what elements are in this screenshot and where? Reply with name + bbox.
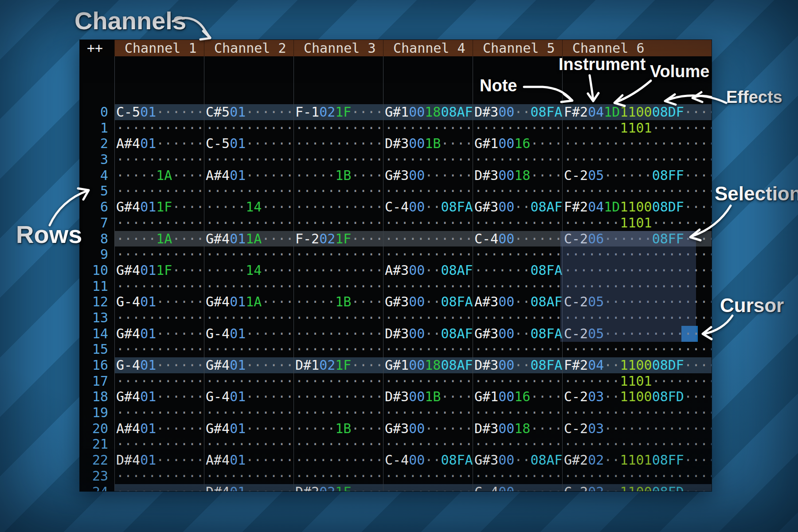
- pattern-cell-r2-ch1[interactable]: A#401······: [114, 136, 204, 152]
- pattern-cell-r12-ch6[interactable]: C-205··············: [562, 294, 712, 310]
- pattern-cell-r13-ch4[interactable]: ···········: [383, 310, 473, 326]
- pattern-cell-r1-ch4[interactable]: ···········: [383, 120, 473, 136]
- pattern-cell-r13-ch5[interactable]: ···········: [473, 310, 562, 326]
- pattern-cell-r6-ch5[interactable]: G#300··08AF: [473, 199, 562, 215]
- pattern-cell-r7-ch6[interactable]: ·······1101········: [562, 215, 712, 231]
- pattern-cell-r11-ch2[interactable]: ···········: [204, 278, 293, 294]
- pattern-cell-r21-ch1[interactable]: ···········: [114, 436, 204, 452]
- pattern-cell-r12-ch1[interactable]: G-401······: [114, 294, 204, 310]
- pattern-cell-r14-ch2[interactable]: G-401······: [204, 326, 293, 342]
- channel-header-1[interactable]: Channel 1: [114, 40, 204, 56]
- pattern-cell-r22-ch1[interactable]: D#401······: [114, 452, 204, 468]
- pattern-cell-r10-ch1[interactable]: G#4011F····: [114, 262, 204, 278]
- pattern-cell-r7-ch1[interactable]: ···········: [114, 215, 204, 231]
- pattern-cell-r7-ch5[interactable]: ···········: [473, 215, 562, 231]
- pattern-cell-r13-ch3[interactable]: ···········: [293, 310, 383, 326]
- pattern-cell-r11-ch1[interactable]: ···········: [114, 278, 204, 294]
- pattern-cell-r9-ch5[interactable]: ···········: [473, 246, 562, 262]
- pattern-cell-r4-ch5[interactable]: D#30018····: [473, 168, 562, 184]
- pattern-cell-r15-ch2[interactable]: ···········: [204, 341, 293, 357]
- pattern-cell-r14-ch6[interactable]: C-205··············: [562, 326, 712, 342]
- pattern-cell-r23-ch3[interactable]: ···········: [293, 468, 383, 484]
- pattern-cell-r20-ch5[interactable]: D#30018····: [473, 421, 562, 437]
- pattern-cell-r15-ch4[interactable]: ···········: [383, 341, 473, 357]
- pattern-cell-r14-ch3[interactable]: ···········: [293, 326, 383, 342]
- pattern-cell-r5-ch5[interactable]: ···········: [473, 183, 562, 199]
- pattern-cell-r10-ch4[interactable]: A#300··08AF: [383, 262, 473, 278]
- pattern-cell-r24-ch4[interactable]: ···········: [383, 484, 473, 492]
- pattern-cell-r12-ch4[interactable]: G#300··08FA: [383, 294, 473, 310]
- pattern-cell-r7-ch3[interactable]: ···········: [293, 215, 383, 231]
- pattern-cell-r17-ch5[interactable]: ···········: [473, 373, 562, 389]
- pattern-cell-r15-ch5[interactable]: ···········: [473, 341, 562, 357]
- pattern-cell-r20-ch2[interactable]: G#401······: [204, 421, 293, 437]
- pattern-cell-r20-ch6[interactable]: C-203··············: [562, 421, 712, 437]
- pattern-cell-r5-ch2[interactable]: ···········: [204, 183, 293, 199]
- pattern-cell-r5-ch4[interactable]: ···········: [383, 183, 473, 199]
- pattern-cell-r23-ch1[interactable]: ···········: [114, 468, 204, 484]
- pattern-cell-r21-ch2[interactable]: ···········: [204, 436, 293, 452]
- pattern-cell-r12-ch3[interactable]: ·····1B····: [293, 294, 383, 310]
- pattern-cell-r22-ch2[interactable]: A#401······: [204, 452, 293, 468]
- pattern-cell-r22-ch4[interactable]: C-400··08FA: [383, 452, 473, 468]
- pattern-cell-r0-ch1[interactable]: C-501······: [114, 104, 204, 120]
- pattern-cell-r3-ch5[interactable]: ···········: [473, 152, 562, 168]
- pattern-cell-r6-ch1[interactable]: G#4011F····: [114, 199, 204, 215]
- pattern-cell-r7-ch2[interactable]: ···········: [204, 215, 293, 231]
- pattern-cell-r3-ch3[interactable]: ···········: [293, 152, 383, 168]
- pattern-cell-r20-ch4[interactable]: G#300······: [383, 421, 473, 437]
- pattern-cell-r24-ch5[interactable]: C-400······: [473, 484, 562, 492]
- pattern-cell-r2-ch3[interactable]: ···········: [293, 136, 383, 152]
- pattern-cell-r13-ch2[interactable]: ···········: [204, 310, 293, 326]
- pattern-cell-r24-ch1[interactable]: ···········: [114, 484, 204, 492]
- pattern-cell-r16-ch2[interactable]: G#401······: [204, 357, 293, 373]
- pattern-cell-r22-ch6[interactable]: G#202··110108FF····: [562, 452, 712, 468]
- pattern-cell-r10-ch6[interactable]: ···················: [562, 262, 712, 278]
- channel-header-2[interactable]: Channel 2: [204, 40, 293, 56]
- pattern-cell-r5-ch1[interactable]: ···········: [114, 183, 204, 199]
- pattern-cell-r8-ch1[interactable]: ·····1A····: [114, 231, 204, 247]
- pattern-cell-r24-ch3[interactable]: D#2021F····: [293, 484, 383, 492]
- pattern-cell-r14-ch5[interactable]: G#300··08FA: [473, 326, 562, 342]
- pattern-cell-r3-ch6[interactable]: ···················: [562, 152, 712, 168]
- pattern-cell-r8-ch5[interactable]: C-400······: [473, 231, 562, 247]
- pattern-cell-r11-ch3[interactable]: ···········: [293, 278, 383, 294]
- pattern-cell-r17-ch2[interactable]: ···········: [204, 373, 293, 389]
- pattern-cell-r4-ch4[interactable]: G#300······: [383, 168, 473, 184]
- pattern-cell-r5-ch3[interactable]: ···········: [293, 183, 383, 199]
- channel-header-4[interactable]: Channel 4: [383, 40, 473, 56]
- pattern-cell-r21-ch4[interactable]: ···········: [383, 436, 473, 452]
- pattern-cell-r16-ch1[interactable]: G-401······: [114, 357, 204, 373]
- pattern-cell-r17-ch3[interactable]: ···········: [293, 373, 383, 389]
- pattern-cell-r4-ch2[interactable]: A#401······: [204, 168, 293, 184]
- pattern-cell-r17-ch4[interactable]: ···········: [383, 373, 473, 389]
- pattern-cell-r2-ch2[interactable]: C-501······: [204, 136, 293, 152]
- pattern-cell-r12-ch2[interactable]: G#4011A····: [204, 294, 293, 310]
- pattern-cell-r24-ch6[interactable]: C-202··110008FD····: [562, 484, 712, 492]
- pattern-cell-r9-ch1[interactable]: ···········: [114, 246, 204, 262]
- pattern-cell-r2-ch6[interactable]: ···················: [562, 136, 712, 152]
- pattern-cell-r10-ch2[interactable]: ·····14····: [204, 262, 293, 278]
- pattern-cell-r13-ch1[interactable]: ···········: [114, 310, 204, 326]
- pattern-cell-r8-ch4[interactable]: ···········: [383, 231, 473, 247]
- pattern-cell-r2-ch4[interactable]: D#3001B····: [383, 136, 473, 152]
- pattern-cell-r9-ch3[interactable]: ···········: [293, 246, 383, 262]
- pattern-cell-r22-ch5[interactable]: G#300··08AF: [473, 452, 562, 468]
- pattern-cell-r0-ch6[interactable]: F#2041D110008DF····: [562, 104, 712, 120]
- pattern-cell-r11-ch4[interactable]: ···········: [383, 278, 473, 294]
- pattern-cell-r3-ch4[interactable]: ···········: [383, 152, 473, 168]
- pattern-cell-r8-ch6[interactable]: C-206······08FF····: [562, 231, 712, 247]
- pattern-cell-r1-ch3[interactable]: ···········: [293, 120, 383, 136]
- pattern-cell-r18-ch3[interactable]: ···········: [293, 389, 383, 405]
- pattern-cell-r19-ch1[interactable]: ···········: [114, 405, 204, 421]
- pattern-cell-r18-ch1[interactable]: G#401······: [114, 389, 204, 405]
- pattern-cell-r14-ch1[interactable]: G#401······: [114, 326, 204, 342]
- pattern-cell-r5-ch6[interactable]: ···················: [562, 183, 712, 199]
- pattern-cell-r9-ch2[interactable]: ···········: [204, 246, 293, 262]
- pattern-cell-r19-ch6[interactable]: ···················: [562, 405, 712, 421]
- pattern-cell-r3-ch1[interactable]: ···········: [114, 152, 204, 168]
- pattern-cell-r22-ch3[interactable]: ···········: [293, 452, 383, 468]
- pattern-cell-r1-ch5[interactable]: ···········: [473, 120, 562, 136]
- pattern-cell-r9-ch4[interactable]: ···········: [383, 246, 473, 262]
- pattern-cell-r20-ch1[interactable]: A#401······: [114, 421, 204, 437]
